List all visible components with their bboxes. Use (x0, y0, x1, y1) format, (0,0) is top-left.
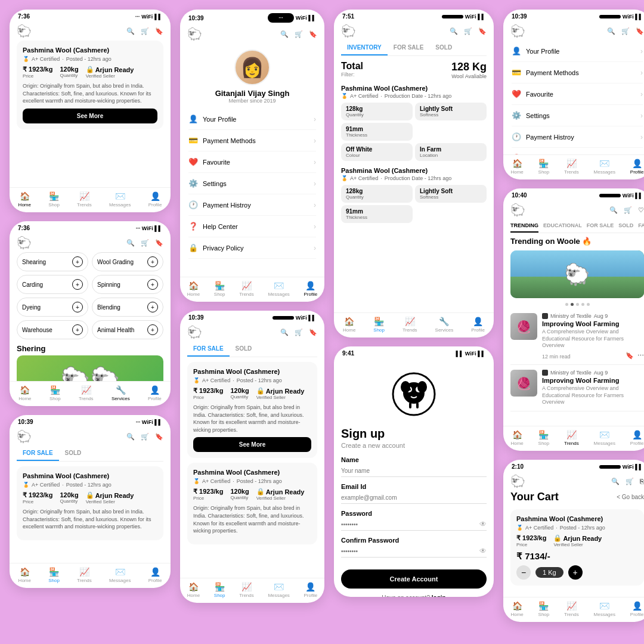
confirm-password-toggle-icon[interactable]: 👁 (479, 547, 487, 555)
menu-help-center[interactable]: ❓ Help Center › (188, 216, 316, 237)
nav-home-3[interactable]: 🏠Home (18, 567, 31, 583)
cart-icon-5[interactable]: 🛒 (295, 329, 303, 336)
nav-profile-5[interactable]: 👤Profile (304, 582, 317, 598)
tab-sold-6[interactable]: SOLD (429, 41, 458, 55)
tab-forsale-3[interactable]: FOR SALE (17, 446, 59, 461)
go-back-btn[interactable]: < Go back (617, 494, 644, 500)
tab-forsale-6[interactable]: FOR SALE (388, 41, 430, 55)
qty-plus-btn[interactable]: + (568, 565, 583, 580)
cart-icon-9[interactable]: 🛒 (624, 206, 632, 214)
service-carding[interactable]: Carding + (17, 275, 88, 294)
nav-trends-10[interactable]: 📈Trends (564, 601, 579, 617)
menu8-history[interactable]: 🕐 Payment Histroy › (512, 126, 643, 148)
nav-profile-2[interactable]: 👤Profile (148, 385, 162, 401)
search-icon-2[interactable]: 🔍 (126, 239, 135, 247)
nav-trends-1[interactable]: 📈 Trends (77, 191, 92, 208)
menu-your-profile[interactable]: 👤 Your Profile › (188, 109, 316, 130)
nav-home-9[interactable]: 🏠Home (510, 430, 523, 446)
search-icon-8[interactable]: 🔍 (607, 27, 615, 35)
menu8-settings[interactable]: ⚙️ Settings › (512, 105, 643, 126)
nav-trends-3[interactable]: 📈Trends (77, 567, 92, 583)
nav-messages-1[interactable]: ✉️ Messages (109, 191, 131, 208)
cart-icon-3[interactable]: 🛒 (141, 433, 149, 441)
bookmark-icon-3[interactable]: 🔖 (155, 433, 163, 441)
qty-minus-btn[interactable]: − (516, 565, 531, 580)
nav-home-4[interactable]: 🏠Home (187, 281, 200, 297)
menu-payment-history[interactable]: 🕐 Payment Histroy › (188, 194, 316, 216)
bookmark-icon-8[interactable]: 🔖 (636, 27, 644, 35)
password-toggle-icon[interactable]: 👁 (479, 520, 487, 528)
see-more-btn-1[interactable]: See More (23, 109, 157, 123)
service-blending[interactable]: Blending + (92, 298, 163, 317)
nav-home-5[interactable]: 🏠Home (187, 582, 200, 598)
search-icon-1[interactable]: 🔍 (126, 27, 135, 35)
nav-messages-5[interactable]: ✉️Messages (268, 582, 289, 598)
password-input[interactable] (341, 519, 487, 531)
trend-tab-farmi[interactable]: FARMI... (638, 219, 644, 233)
animal-health-plus[interactable]: + (147, 324, 158, 335)
nav-messages-4[interactable]: ✉️Messages (268, 281, 289, 297)
nav-shop-8[interactable]: 🏪Shop (538, 159, 550, 175)
nav-home-2[interactable]: 🏠Home (18, 385, 31, 401)
bookmark-icon-1[interactable]: 🔖 (155, 27, 163, 35)
search-icon-6[interactable]: 🔍 (450, 27, 458, 35)
blending-plus[interactable]: + (147, 302, 158, 312)
nav-services-2[interactable]: 🔧Services (112, 385, 130, 401)
see-more-btn-5a[interactable]: See More (193, 437, 311, 452)
tab-inventory-6[interactable]: INVENTORY (341, 41, 388, 55)
trend-tab-forsale[interactable]: FOR SALE (587, 219, 614, 233)
nav-profile-10[interactable]: 👤Profile (630, 601, 644, 617)
bookmark-icon-5[interactable]: 🔖 (309, 329, 317, 336)
nav-profile-3[interactable]: 👤Profile (148, 567, 162, 583)
nav-home-10[interactable]: 🏠Home (510, 601, 523, 617)
cart-icon-6[interactable]: 🛒 (464, 27, 472, 35)
search-icon-4[interactable]: 🔍 (280, 30, 289, 38)
heart-icon-9[interactable]: ♡ (638, 206, 644, 214)
service-wool-grading[interactable]: Wool Grading + (92, 252, 163, 271)
nav-home-8[interactable]: 🏠Home (510, 159, 523, 175)
nav-profile-9[interactable]: 👤Profile (630, 430, 644, 446)
warehouse-plus[interactable]: + (72, 324, 83, 335)
nav-messages-9[interactable]: ✉️Messages (594, 430, 615, 446)
search-icon-10[interactable]: 🔍 (611, 478, 620, 485)
search-icon-5[interactable]: 🔍 (280, 329, 289, 336)
bookmark-icon-6[interactable]: 🔖 (478, 27, 487, 35)
login-link[interactable]: login (432, 595, 446, 597)
nav-services-6[interactable]: 🔧Services (435, 317, 454, 333)
service-dyeing[interactable]: Dyeing + (17, 298, 88, 317)
cart-icon-10[interactable]: 🛒 (626, 478, 634, 485)
shearing-plus[interactable]: + (72, 256, 83, 267)
cart-icon-4[interactable]: 🛒 (295, 30, 303, 38)
more-article-1[interactable]: ⋯ (637, 352, 644, 360)
nav-shop-6[interactable]: 🏪Shop (373, 317, 385, 333)
name-input[interactable] (341, 465, 487, 477)
bookmark-article-1[interactable]: 🔖 (626, 352, 634, 360)
service-spinning[interactable]: Spinning + (92, 275, 163, 294)
menu8-favourite[interactable]: ❤️ Favourite › (512, 83, 643, 105)
tab-sold-5[interactable]: SOLD (230, 342, 258, 357)
search-icon-9[interactable]: 🔍 (609, 206, 618, 214)
wool-grading-plus[interactable]: + (147, 256, 158, 267)
nav-shop-5[interactable]: 🏪Shop (214, 582, 225, 598)
nav-trends-8[interactable]: 📈Trends (564, 159, 579, 175)
trend-tab-sold[interactable]: SOLD (618, 219, 633, 233)
menu-privacy-policy[interactable]: 🔒 Privacy Policy › (188, 237, 316, 259)
create-account-btn[interactable]: Create Account (341, 569, 487, 589)
email-input[interactable] (341, 492, 487, 504)
nav-shop-4[interactable]: 🏪Shop (214, 281, 225, 297)
nav-shop-9[interactable]: 🏪Shop (538, 430, 550, 446)
nav-trends-6[interactable]: 📈Trends (402, 317, 417, 333)
tab-sold-3[interactable]: SOLD (59, 446, 88, 461)
nav-profile-1[interactable]: 👤 Profile (148, 191, 162, 208)
confirm-password-input[interactable] (341, 546, 487, 558)
spinning-plus[interactable]: + (147, 279, 158, 290)
cart-icon-2[interactable]: 🛒 (141, 239, 149, 247)
trend-tab-educational[interactable]: EDUCATIONAL (543, 219, 582, 233)
search-icon-3[interactable]: 🔍 (126, 433, 135, 441)
trend-tab-trending[interactable]: TRENDING (510, 219, 538, 233)
nav-messages-10[interactable]: ✉️Messages (594, 601, 615, 617)
nav-profile-4[interactable]: 👤Profile (304, 281, 317, 297)
nav-profile-8[interactable]: 👤Profile (630, 159, 644, 175)
menu8-your-profile[interactable]: 👤 Your Profile › (512, 41, 643, 62)
nav-profile-6[interactable]: 👤Profile (471, 317, 485, 333)
